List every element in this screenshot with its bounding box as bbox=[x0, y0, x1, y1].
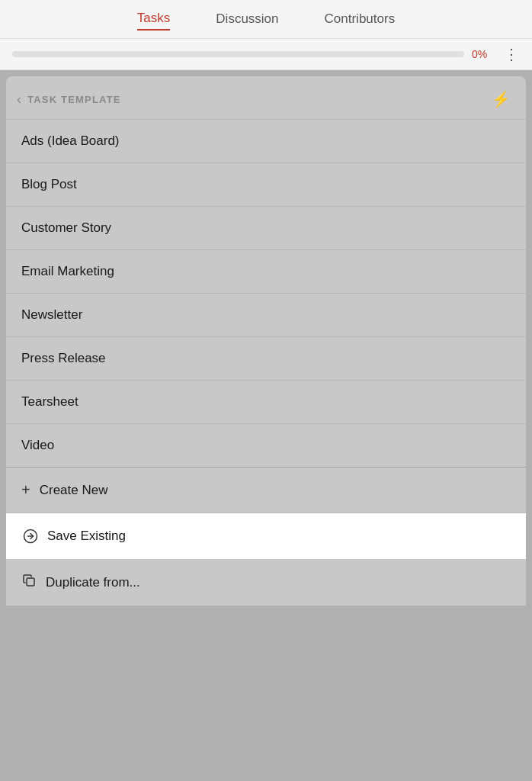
circle-arrow-icon bbox=[23, 529, 38, 544]
template-item-press[interactable]: Press Release bbox=[6, 337, 526, 381]
save-existing-action[interactable]: Save Existing bbox=[6, 513, 526, 559]
progress-area: 0% ⋮ bbox=[0, 39, 532, 70]
tab-contributors[interactable]: Contributors bbox=[325, 11, 396, 30]
progress-label: 0% bbox=[472, 48, 496, 60]
task-template-panel: ‹ TASK TEMPLATE ⚡ Ads (Idea Board) Blog … bbox=[6, 76, 526, 606]
duplicate-icon bbox=[21, 573, 37, 592]
duplicate-action[interactable]: Duplicate from... bbox=[6, 559, 526, 606]
top-navigation: Tasks Discussion Contributors bbox=[0, 0, 532, 39]
save-existing-label: Save Existing bbox=[47, 529, 126, 544]
tab-discussion[interactable]: Discussion bbox=[216, 11, 278, 30]
back-arrow-icon[interactable]: ‹ bbox=[17, 92, 21, 108]
template-item-newsletter[interactable]: Newsletter bbox=[6, 294, 526, 337]
tab-tasks[interactable]: Tasks bbox=[137, 11, 170, 31]
template-item-blog[interactable]: Blog Post bbox=[6, 163, 526, 207]
create-new-label: Create New bbox=[40, 483, 108, 498]
lightning-icon[interactable]: ⚡ bbox=[492, 90, 511, 108]
template-list: Ads (Idea Board) Blog Post Customer Stor… bbox=[6, 120, 526, 467]
template-item-email[interactable]: Email Marketing bbox=[6, 250, 526, 294]
action-section: + Create New Save Existing Dupl bbox=[6, 467, 526, 606]
create-new-action[interactable]: + Create New bbox=[6, 468, 526, 513]
template-item-tearsheet[interactable]: Tearsheet bbox=[6, 381, 526, 424]
template-item-video[interactable]: Video bbox=[6, 424, 526, 467]
progress-bar-container bbox=[12, 51, 464, 57]
svg-rect-2 bbox=[27, 578, 34, 586]
panel-title: TASK TEMPLATE bbox=[27, 94, 121, 105]
panel-header: ‹ TASK TEMPLATE ⚡ bbox=[6, 76, 526, 120]
plus-icon: + bbox=[21, 481, 30, 499]
more-options-icon[interactable]: ⋮ bbox=[504, 47, 520, 62]
template-item-customer[interactable]: Customer Story bbox=[6, 207, 526, 250]
panel-header-left: ‹ TASK TEMPLATE bbox=[17, 92, 121, 108]
template-item-ads[interactable]: Ads (Idea Board) bbox=[6, 120, 526, 163]
duplicate-label: Duplicate from... bbox=[46, 575, 140, 590]
